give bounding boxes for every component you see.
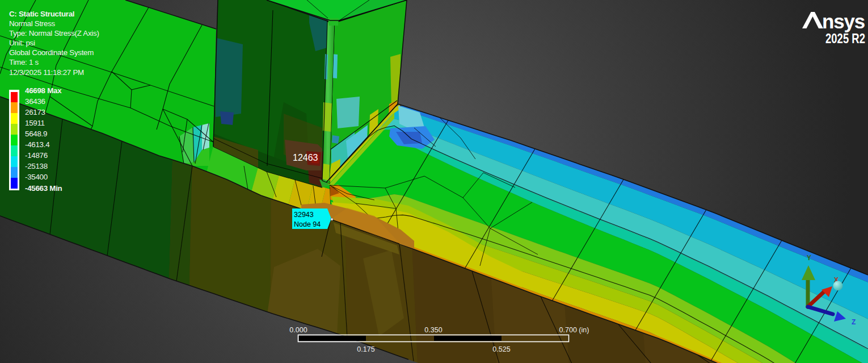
svg-text:Node 94: Node 94 [294,220,321,228]
svg-text:12463: 12463 [293,153,318,162]
svg-text:32943: 32943 [294,211,314,219]
svg-text:0.525: 0.525 [492,345,510,353]
svg-text:nsys: nsys [822,10,865,32]
svg-text:0.000: 0.000 [289,326,307,334]
svg-text:Y: Y [807,254,811,262]
svg-text:0.350: 0.350 [424,326,442,334]
svg-text:0.700 (in): 0.700 (in) [559,326,589,334]
svg-text:Z: Z [852,318,856,326]
svg-text:0.175: 0.175 [357,345,374,353]
svg-text:2025 R2: 2025 R2 [825,31,865,46]
